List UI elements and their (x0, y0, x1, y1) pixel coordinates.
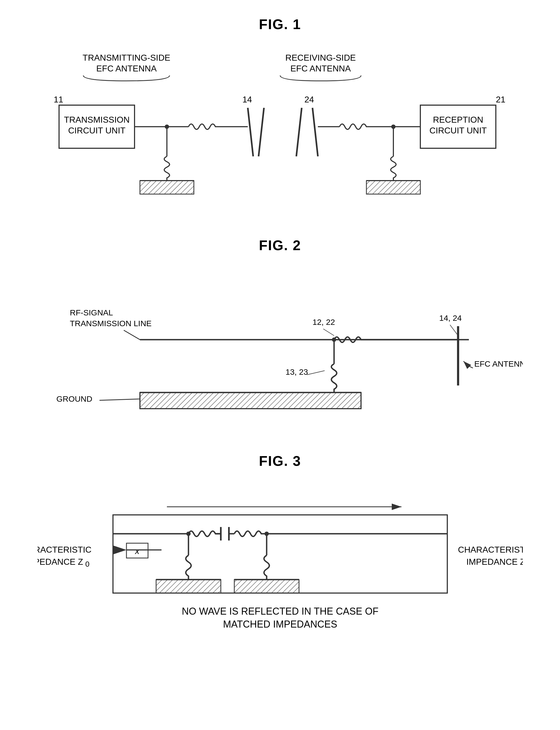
svg-line-39 (307, 370, 325, 375)
fig3-title: FIG. 3 (22, 453, 538, 469)
svg-text:14, 24: 14, 24 (439, 314, 462, 323)
fig3-section: FIG. 3 (22, 453, 538, 636)
svg-line-31 (323, 329, 334, 336)
svg-text:RECEPTION: RECEPTION (433, 115, 483, 125)
svg-line-9 (248, 108, 253, 156)
svg-text:EFC ANTENNA: EFC ANTENNA (290, 64, 351, 73)
svg-text:CIRCUIT UNIT: CIRCUIT UNIT (429, 126, 487, 135)
svg-text:TRANSMITTING-SIDE: TRANSMITTING-SIDE (83, 53, 170, 63)
svg-text:TRANSMISSION: TRANSMISSION (64, 115, 130, 125)
svg-text:x: x (135, 546, 140, 556)
svg-text:CHARACTERISTIC: CHARACTERISTIC (458, 545, 523, 554)
ref-24: 24 (304, 95, 314, 104)
fig2-title: FIG. 2 (22, 237, 538, 254)
svg-rect-71 (234, 580, 299, 593)
ref-21: 21 (496, 95, 506, 104)
svg-point-24 (391, 125, 396, 129)
svg-text:IMPEDANCE Z: IMPEDANCE Z (37, 557, 83, 567)
svg-line-12 (312, 108, 318, 156)
ref-11: 11 (54, 95, 63, 104)
svg-text:GROUND: GROUND (56, 394, 92, 403)
svg-text:RF-SIGNAL: RF-SIGNAL (70, 308, 113, 317)
svg-rect-67 (156, 580, 221, 593)
svg-text:MATCHED IMPEDANCES: MATCHED IMPEDANCES (223, 619, 337, 630)
svg-text:EFC ANTENNA: EFC ANTENNA (474, 360, 523, 368)
ref-14: 14 (242, 95, 252, 104)
svg-line-33 (450, 325, 458, 336)
svg-text:NO WAVE IS REFLECTED IN THE CA: NO WAVE IS REFLECTED IN THE CASE OF (182, 606, 378, 617)
svg-text:RECEIVING-SIDE: RECEIVING-SIDE (285, 53, 356, 63)
svg-point-23 (165, 125, 169, 129)
svg-line-44 (99, 399, 140, 400)
svg-line-10 (259, 108, 264, 156)
svg-line-11 (296, 108, 302, 156)
svg-text:12, 22: 12, 22 (312, 318, 335, 327)
svg-text:EFC ANTENNA: EFC ANTENNA (96, 64, 157, 73)
svg-text:13, 23: 13, 23 (286, 367, 308, 376)
svg-text:CIRCUIT UNIT: CIRCUIT UNIT (68, 126, 125, 135)
page: FIG. 1 TRANSMITTING-SIDE EFC ANTENNA REC… (0, 0, 560, 730)
svg-rect-18 (140, 181, 194, 194)
fig1-title: FIG. 1 (22, 16, 538, 32)
fig2-diagram: RF-SIGNAL TRANSMISSION LINE 12, 22 14, 2… (22, 264, 538, 426)
svg-text:TRANSMISSION LINE: TRANSMISSION LINE (70, 319, 152, 328)
fig2-section: FIG. 2 RF-SIGNAL TRANSMISSION LINE 12, 2… (22, 237, 538, 426)
svg-rect-21 (366, 181, 420, 194)
svg-line-28 (124, 330, 140, 340)
fig1-diagram: TRANSMITTING-SIDE EFC ANTENNA RECEIVING-… (22, 43, 538, 210)
svg-rect-40 (140, 392, 361, 409)
svg-text:IMPEDANCE Z: IMPEDANCE Z (466, 557, 523, 567)
svg-text:0: 0 (85, 560, 90, 568)
fig1-section: FIG. 1 TRANSMITTING-SIDE EFC ANTENNA REC… (22, 16, 538, 210)
fig3-diagram: CHARACTERISTIC IMPEDANCE Z 0 CHARACTERIS… (22, 480, 538, 636)
svg-text:CHARACTERISTIC: CHARACTERISTIC (37, 545, 91, 554)
